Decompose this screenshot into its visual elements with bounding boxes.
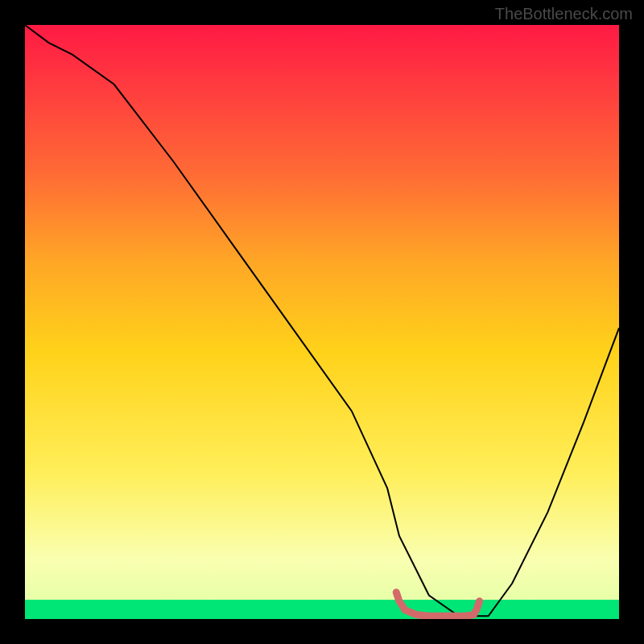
chart-plot-area [25, 25, 619, 619]
watermark-text: TheBottleneck.com [495, 5, 633, 23]
chart-background [25, 25, 619, 619]
chart-svg [25, 25, 619, 619]
